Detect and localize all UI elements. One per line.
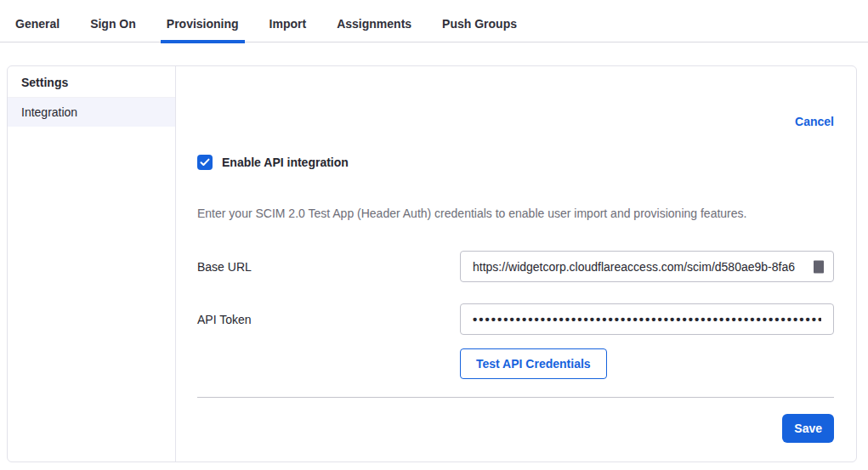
checkmark-icon	[200, 158, 210, 167]
tab-general[interactable]: General	[15, 17, 60, 42]
tab-label: General	[15, 17, 60, 31]
base-url-row: Base URL https://widgetcorp.cloudflareac…	[197, 251, 834, 282]
tab-provisioning[interactable]: Provisioning	[167, 17, 239, 42]
base-url-input[interactable]: https://widgetcorp.cloudflareaccess.com/…	[460, 251, 834, 282]
text-selection-cursor	[814, 260, 824, 273]
tab-label: Import	[269, 17, 307, 31]
test-api-credentials-button[interactable]: Test API Credentials	[460, 348, 607, 379]
sidebar-header-settings: Settings	[8, 66, 175, 98]
tab-import[interactable]: Import	[269, 17, 307, 42]
api-token-label: API Token	[197, 313, 460, 326]
save-button[interactable]: Save	[782, 414, 834, 443]
sidebar-item-label: Integration	[21, 105, 77, 119]
tab-assignments[interactable]: Assignments	[337, 17, 411, 42]
tab-sign-on[interactable]: Sign On	[90, 17, 136, 42]
app-tab-bar: General Sign On Provisioning Import Assi…	[0, 0, 868, 42]
api-token-input[interactable]: ••••••••••••••••••••••••••••••••••••••••…	[460, 303, 834, 335]
settings-sidebar: Settings Integration	[8, 66, 176, 462]
enable-api-integration-row: Enable API integration	[197, 155, 834, 170]
cancel-link[interactable]: Cancel	[795, 115, 834, 128]
active-tab-indicator	[161, 40, 245, 43]
base-url-value: https://widgetcorp.cloudflareaccess.com/…	[473, 260, 812, 274]
tab-label: Sign On	[90, 17, 136, 31]
sidebar-item-integration[interactable]: Integration	[8, 98, 175, 127]
form-divider	[197, 397, 834, 398]
api-token-row: API Token ••••••••••••••••••••••••••••••…	[197, 303, 834, 335]
credentials-description: Enter your SCIM 2.0 Test App (Header Aut…	[197, 207, 834, 219]
integration-settings-form: Cancel Enable API integration Enter your…	[176, 66, 856, 462]
tab-push-groups[interactable]: Push Groups	[442, 17, 517, 42]
base-url-label: Base URL	[197, 260, 460, 274]
form-actions-top: Cancel	[197, 116, 834, 127]
enable-api-integration-checkbox[interactable]	[197, 155, 213, 170]
test-credentials-row: Test API Credentials	[197, 348, 834, 379]
enable-api-integration-label: Enable API integration	[222, 156, 349, 169]
provisioning-panel: Settings Integration Cancel Enable API i…	[7, 65, 857, 462]
api-token-masked-value: ••••••••••••••••••••••••••••••••••••••••…	[473, 312, 821, 326]
tab-label: Provisioning	[167, 17, 239, 31]
form-actions-bottom: Save	[197, 414, 834, 443]
tab-label: Assignments	[337, 17, 411, 31]
tab-label: Push Groups	[442, 17, 517, 31]
